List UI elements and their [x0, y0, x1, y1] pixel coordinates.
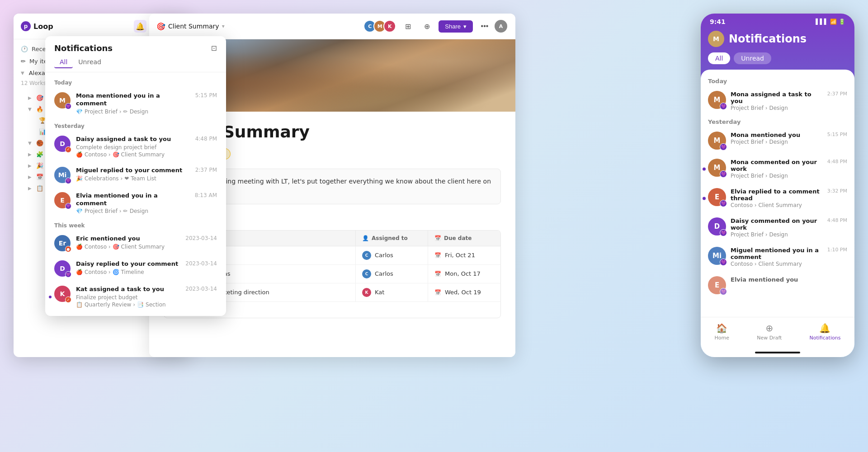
copy-icon[interactable]: ⊕ [420, 19, 434, 33]
due-date: Mon, Oct 17 [445, 270, 481, 277]
notif-content: Daisy commented on your work Project Bri… [731, 217, 823, 238]
share-button[interactable]: Share ▾ [439, 20, 473, 33]
badge-icon: 💜 [720, 200, 727, 207]
notif-item[interactable]: Er ● Eric mentioned you 🍎 Contoso › 🎯 Cl… [45, 231, 226, 256]
teamlist-emoji: ❤️ [124, 175, 129, 182]
notif-item[interactable]: Mi 💜 Miguel replied to your comment 🎉 Ce… [45, 162, 226, 188]
unread-dot [703, 167, 706, 170]
task-due-cell: 📅 Wed, Oct 19 [428, 283, 500, 301]
badge-icon: ✓ [65, 146, 71, 153]
pencil-icon: ✏️ [21, 58, 26, 65]
user-avatar[interactable]: A [494, 19, 508, 33]
mobile-nav-new-draft[interactable]: ⊕ New Draft [751, 321, 787, 343]
avatar: K ✓ [54, 286, 71, 302]
notif-name: Mona mentioned you [731, 132, 823, 138]
tab-unread[interactable]: Unread [73, 56, 107, 68]
collaborator-avatars: C M K [363, 20, 396, 33]
notif-sub-text: Complete design project brief [76, 144, 190, 151]
calendar-icon: 📅 [434, 289, 441, 296]
expand-icon: ▼ [21, 71, 24, 75]
notif-main-text: Kat assigned a task to you [76, 286, 180, 293]
mobile-notif-title: Notifications [729, 33, 807, 45]
mobile-bottom-nav: 🏠 Home ⊕ New Draft 🔔 Notifications [701, 317, 854, 348]
tab-all[interactable]: All [54, 56, 73, 68]
badge-icon: 💜 [720, 170, 727, 178]
breadcrumb-emoji: 🎯 [156, 22, 165, 31]
notif-item[interactable]: E 💜 Elvia mentioned you in a comment 💎 P… [45, 188, 226, 219]
notif-content: Mona mentioned you in a comment 💎 Projec… [76, 92, 190, 115]
mobile-notif-item[interactable]: M 💜 Mona commented on your work Project … [701, 154, 854, 184]
task-due-cell: 📅 Mon, Oct 17 [428, 265, 500, 283]
notif-main-text: Daisy replied to your comment [76, 260, 180, 268]
notif-item[interactable]: M 💜 Mona mentioned you in a comment 💎 Pr… [45, 88, 226, 119]
battery-icon: 🔋 [839, 19, 845, 25]
workspace-c-emoji: 🎉 [36, 162, 43, 169]
notif-name: Elvia replied to a comment thread [731, 188, 823, 202]
badge-icon: 💜 [720, 103, 727, 110]
mobile-notif-item[interactable]: E 💜 Elvia replied to a comment thread Co… [701, 184, 854, 213]
notif-content: Miguel mentioned you in a comment Contos… [731, 247, 823, 267]
notif-item[interactable]: K ✓ Kat assigned a task to you Finalize … [45, 281, 226, 312]
notif-time: 2023-03-14 [185, 286, 217, 292]
workspace-emoji: 🎯 [36, 94, 43, 101]
unread-dot [703, 197, 706, 200]
chevron-r-icon: ▶ [28, 186, 32, 191]
mobile-notif-item[interactable]: E 💜 Elvia mentioned you [701, 272, 854, 299]
assignee-avatar: C [362, 269, 371, 278]
mobile-tab-unread[interactable]: Unread [734, 52, 771, 64]
notification-bell-icon[interactable]: 🔔 [134, 20, 146, 33]
notif-panel-title: Notifications [54, 43, 113, 53]
mobile-notif-item[interactable]: M 💜 Mona assigned a task to you Project … [701, 86, 854, 116]
mobile-today-header: Today [701, 75, 854, 86]
notifications-nav-label: Notifications [810, 335, 841, 341]
avatar: E 💜 [54, 192, 71, 208]
mobile-notif-item[interactable]: Mi 💜 Miguel mentioned you in a comment C… [701, 242, 854, 272]
mobile-nav-notifications[interactable]: 🔔 Notifications [804, 321, 846, 343]
notif-name: Daisy commented on your work [731, 217, 823, 231]
badge-icon: 💜 [720, 259, 727, 266]
badge-icon: 💜 [720, 229, 727, 236]
notif-content: Mona assigned a task to you Project Brie… [731, 91, 823, 111]
notif-main-text: Mona mentioned you in a comment [76, 92, 190, 108]
workspace-u-emoji: 🧩 [36, 151, 43, 158]
notif-sub-text: 💎 Project Brief › ✏️ Design [76, 108, 190, 115]
notif-content: Mona mentioned you Project Brief › Desig… [731, 132, 823, 145]
home-label: Home [715, 335, 729, 341]
mobile-panel: 9:41 ▌▌▌ 📶 🔋 M Notifications All Unread … [701, 14, 854, 357]
mobile-notif-item[interactable]: D 💜 Daisy commented on your work Project… [701, 213, 854, 242]
loop-logo-text: Loop [33, 22, 53, 31]
assignee-name: Kat [375, 289, 384, 296]
notif-desc: Contoso › Client Summary [731, 202, 823, 208]
more-options-icon[interactable]: ••• [477, 19, 492, 33]
mobile-tab-all[interactable]: All [708, 52, 730, 64]
due-col-icon: 📅 [434, 235, 441, 241]
components-icon[interactable]: ⊞ [401, 19, 415, 33]
mobile-status-icons: ▌▌▌ 📶 🔋 [816, 19, 845, 25]
notif-thisweek-header: This week [45, 219, 226, 231]
avatar: M 💜 [708, 159, 726, 177]
badge-icon: 💜 [65, 203, 71, 209]
badge-icon: ✓ [65, 297, 71, 303]
notifications-nav-icon: 🔔 [819, 323, 830, 334]
notifications-dropdown: Notifications ⊡ All Unread Today M 💜 Mon… [45, 36, 226, 316]
notif-content: Daisy replied to your comment 🍎 Contoso … [76, 260, 180, 275]
badge-icon: 💜 [720, 288, 727, 295]
notif-content: Daisy assigned a task to you Complete de… [76, 136, 190, 158]
mobile-notif-header: M Notifications [701, 27, 854, 52]
notif-today-header: Today [45, 76, 226, 88]
unread-dot [49, 296, 52, 298]
assignee-avatar: C [362, 251, 371, 260]
badge-icon: ● [65, 246, 71, 252]
mobile-nav-home[interactable]: 🏠 Home [709, 321, 735, 343]
loop-logo-icon: p [21, 21, 31, 31]
workspace-r-emoji: 📋 [36, 185, 43, 192]
clock-icon: 🕐 [21, 46, 28, 52]
avatar: D ✓ [54, 136, 71, 152]
notif-item[interactable]: D 💜 Daisy replied to your comment 🍎 Cont… [45, 256, 226, 281]
chevron-b-icon: ▼ [28, 141, 32, 146]
notif-item[interactable]: D ✓ Daisy assigned a task to you Complet… [45, 131, 226, 162]
mark-read-icon[interactable]: ⊡ [211, 44, 217, 52]
breadcrumb-emoji: ✏️ [123, 108, 128, 115]
mobile-notif-item[interactable]: M 💜 Mona mentioned you Project Brief › D… [701, 127, 854, 154]
notif-time: 2:37 PM [827, 91, 847, 97]
